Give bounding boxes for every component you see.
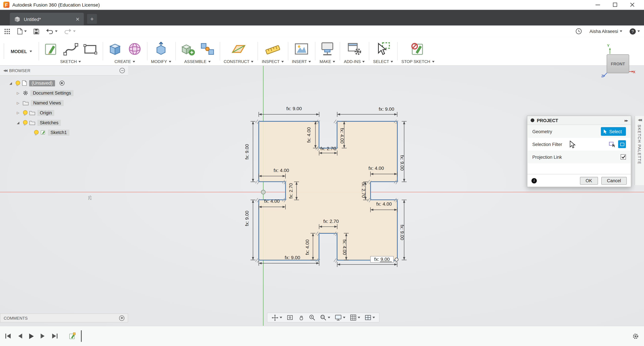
spline-tool-icon[interactable] — [62, 41, 79, 57]
geometry-select-button[interactable]: Select — [601, 127, 626, 136]
press-pull-icon[interactable] — [153, 41, 169, 57]
add-ins-icon[interactable] — [346, 41, 362, 57]
workspace-selector[interactable]: MODEL — [4, 37, 38, 65]
stop-sketch-button[interactable]: STOP SKETCH — [401, 58, 434, 64]
view-cube-front-face[interactable]: FRONT — [606, 54, 629, 73]
tree-item-origin[interactable]: ▷ Origin — [2, 108, 128, 118]
skip-start-icon[interactable] — [5, 333, 12, 339]
insert-group-dropdown[interactable]: INSERT — [292, 58, 311, 64]
ribbon-group-stop-sketch: STOP SKETCH — [397, 37, 438, 65]
expand-icon[interactable]: ◢ — [16, 121, 20, 124]
fit-button[interactable] — [320, 314, 330, 321]
user-menu[interactable]: Aisha Alraeesi — [590, 29, 622, 34]
undo-button[interactable] — [46, 28, 58, 34]
select-group-dropdown[interactable]: SELECT — [373, 58, 393, 64]
rectangle-tool-icon[interactable] — [82, 41, 98, 57]
redo-button[interactable] — [64, 28, 76, 34]
construct-plane-icon[interactable] — [230, 41, 247, 57]
selection-filter-icon[interactable] — [608, 141, 616, 148]
document-cube-icon — [14, 16, 20, 22]
redo-icon — [64, 28, 72, 34]
tree-item-sketches[interactable]: ◢ Sketches — [2, 118, 128, 127]
comments-panel[interactable]: COMMENTS — [0, 313, 128, 322]
inspect-caret — [281, 61, 284, 62]
ribbon-grip[interactable] — [0, 44, 4, 59]
look-at-icon — [286, 314, 293, 321]
viewports-icon — [365, 314, 371, 321]
play-icon[interactable] — [29, 333, 34, 339]
orbit-button[interactable] — [272, 314, 282, 321]
grid-settings-button[interactable] — [350, 314, 360, 321]
cancel-button[interactable]: Cancel — [601, 177, 627, 185]
make-3dprint-icon[interactable] — [319, 41, 336, 57]
display-settings-button[interactable] — [335, 314, 346, 321]
create-group-dropdown[interactable]: CREATE — [114, 58, 135, 64]
tab-close-icon[interactable]: ✕ — [76, 16, 80, 22]
clock-icon[interactable] — [576, 28, 582, 35]
projection-link-checkbox[interactable] — [620, 154, 626, 159]
activate-radio-icon[interactable] — [59, 81, 64, 85]
window-selection-filter-button[interactable] — [618, 140, 626, 148]
inspect-group-dropdown[interactable]: INSPECT — [262, 58, 284, 64]
step-back-icon[interactable] — [18, 333, 22, 339]
save-button[interactable] — [33, 28, 40, 35]
browser-header[interactable]: ◀◀ BROWSER — [0, 66, 128, 76]
skip-end-icon[interactable] — [51, 333, 58, 339]
collapse-browser-icon[interactable]: ◀◀ — [3, 69, 7, 72]
timeline-settings-gear-icon[interactable] — [632, 332, 639, 340]
stop-sketch-icon[interactable] — [410, 41, 426, 57]
sketch-palette-tab[interactable]: ◀◀ SKETCH PALETTE — [634, 116, 644, 185]
dialog-expand-icon[interactable]: ▸▸ — [625, 118, 628, 122]
file-menu[interactable] — [17, 28, 27, 35]
collapsed-icon[interactable]: ▷ — [16, 111, 20, 115]
minimize-button[interactable] — [589, 0, 606, 10]
collapsed-icon[interactable]: ▷ — [16, 101, 20, 105]
visibility-bulb-icon[interactable] — [23, 120, 27, 125]
measure-icon[interactable] — [264, 41, 281, 57]
info-icon[interactable]: i — [532, 178, 537, 183]
timeline-sketch-feature[interactable] — [68, 330, 82, 342]
joint-tool-icon[interactable] — [199, 41, 216, 57]
coil-tool-icon[interactable] — [126, 41, 143, 57]
visibility-bulb-icon[interactable] — [15, 80, 20, 86]
make-group-dropdown[interactable]: MAKE — [320, 58, 335, 64]
viewports-button[interactable] — [365, 314, 375, 321]
view-cube[interactable]: Y FRONT X Z — [601, 44, 638, 80]
data-panel-toggle[interactable] — [4, 28, 10, 35]
visibility-bulb-icon[interactable] — [34, 130, 38, 135]
tree-item-document[interactable]: ◢ (Unsaved) — [2, 78, 128, 88]
browser-minus-icon[interactable] — [120, 68, 125, 73]
visibility-bulb-icon[interactable] — [23, 110, 27, 115]
tree-item-sketch1[interactable]: Sketch1 — [2, 127, 128, 137]
look-at-button[interactable] — [286, 314, 293, 321]
modify-group-dropdown[interactable]: MODIFY — [151, 58, 171, 64]
ok-button[interactable]: OK — [580, 177, 598, 185]
tree-item-document-settings[interactable]: ▷ Document Settings — [2, 88, 128, 98]
maximize-button[interactable] — [606, 0, 624, 10]
expand-palette-icon[interactable]: ◀◀ — [638, 118, 641, 122]
assemble-group-dropdown[interactable]: ASSEMBLE — [184, 58, 211, 64]
pan-button[interactable] — [298, 314, 304, 321]
select-tool-icon[interactable] — [375, 41, 391, 57]
close-button[interactable] — [624, 0, 641, 10]
create-sketch-icon[interactable] — [42, 41, 59, 57]
collapsed-icon[interactable]: ▷ — [16, 91, 20, 95]
box-tool-icon[interactable] — [107, 41, 123, 57]
construct-group-dropdown[interactable]: CONSTRUCT — [224, 58, 254, 64]
add-comment-icon[interactable] — [119, 315, 124, 321]
comments-title: COMMENTS — [4, 316, 28, 320]
project-dialog-header[interactable]: PROJECT ▸▸ — [527, 116, 631, 125]
sketch-group-dropdown[interactable]: SKETCH — [60, 58, 81, 64]
timeline-position-marker[interactable] — [81, 330, 82, 342]
step-forward-icon[interactable] — [40, 333, 45, 339]
new-tab-button[interactable]: + — [87, 14, 97, 24]
ribbon-group-inspect: INSPECT — [258, 37, 288, 65]
zoom-button[interactable] — [309, 314, 316, 321]
help-menu[interactable]: ? — [630, 28, 640, 35]
expand-icon[interactable]: ◢ — [8, 81, 13, 85]
tree-item-named-views[interactable]: ▷ Named Views — [2, 98, 128, 108]
document-tab[interactable]: Untitled* ✕ — [10, 13, 84, 26]
insert-image-icon[interactable] — [293, 41, 310, 57]
new-component-icon[interactable] — [179, 41, 196, 57]
addins-group-dropdown[interactable]: ADD-INS — [344, 58, 365, 64]
